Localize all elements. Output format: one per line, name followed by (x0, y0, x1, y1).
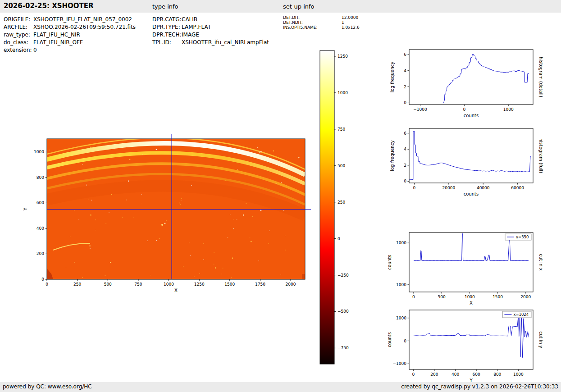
hot-pixel (90, 214, 91, 216)
hot-pixel (106, 223, 106, 224)
x-tick-label: 2000 (286, 282, 296, 287)
colorbar-tick-label: −250 (338, 273, 349, 278)
hot-pixel (156, 240, 157, 241)
hot-pixel (252, 216, 253, 217)
hot-pixel (87, 185, 87, 185)
histogram-full-ylabel: log frequency (390, 140, 395, 171)
hot-pixel (259, 151, 260, 153)
colorbar-tick-label: 0 (338, 237, 340, 241)
x-tick-label: 0 (46, 282, 48, 287)
y-tick-label: 0 (404, 179, 406, 183)
hot-pixel (91, 200, 92, 201)
colorbar-tick-label: 1250 (338, 54, 348, 59)
y-tick-label: 0 (404, 100, 406, 105)
hot-pixel (260, 210, 262, 211)
cut-in-y-side-label: cut in y (538, 331, 543, 348)
hot-pixel (88, 199, 88, 199)
cut-in-x-side-label: cut in x (538, 254, 543, 270)
hot-pixel (200, 273, 200, 274)
colorbar-tick-label: −750 (338, 346, 349, 350)
colorbar-tick-label: 500 (338, 164, 345, 168)
x-tick-label: 600 (473, 372, 480, 377)
hot-pixel (141, 194, 142, 194)
hot-pixel (230, 214, 230, 214)
hot-pixel (74, 262, 75, 262)
y-tick-label: 400 (36, 226, 44, 231)
x-tick-label: 0 (413, 186, 416, 190)
hot-pixel (228, 237, 228, 237)
hot-pixel (257, 147, 258, 148)
x-tick-label: −1000 (413, 107, 427, 112)
y-tick-label: −1000 (393, 283, 407, 287)
hot-pixel-cluster (161, 224, 163, 226)
hot-pixel (70, 237, 70, 237)
hot-pixel (156, 149, 157, 150)
hot-pixel (180, 205, 181, 205)
hot-pixel (208, 157, 208, 157)
hot-pixel (129, 159, 131, 160)
x-tick-label: 40000 (477, 186, 490, 190)
hot-pixel (237, 169, 238, 169)
hot-pixel (260, 151, 262, 153)
hot-pixel (181, 198, 182, 199)
hot-pixel (93, 180, 93, 180)
hot-pixel (82, 278, 83, 278)
hot-pixel (110, 262, 111, 263)
footer-bar: powered by QC: www.eso.org/HC created by… (0, 382, 561, 392)
colorbar-tick-label: 750 (338, 127, 345, 132)
colorbar-tick-label: 250 (338, 200, 345, 205)
footer-right: created by qc_rawdisp.py v1.2.3 on 2026-… (401, 383, 558, 390)
hot-pixel (151, 275, 151, 275)
x-tick-label: 0 (412, 372, 415, 377)
hot-pixel (105, 275, 105, 276)
hot-pixel (74, 210, 74, 210)
histogram-detail-data-line (443, 54, 529, 103)
x-tick-label: 1000 (164, 282, 174, 287)
y-tick-label: 2 (404, 85, 406, 89)
hot-pixel (179, 203, 180, 203)
colorbar-tick-label: 1000 (338, 91, 348, 95)
hot-pixel (147, 241, 148, 241)
y-tick-label: 6 (404, 131, 406, 136)
x-tick-label: 20000 (442, 186, 456, 190)
cut-in-y-frame (409, 310, 533, 369)
x-tick-label: 1250 (194, 282, 205, 287)
main-image-ylabel: Y (23, 207, 28, 211)
x-tick-label: 500 (438, 295, 446, 299)
footer-left: powered by QC: www.eso.org/HC (3, 383, 92, 390)
hot-pixel (183, 266, 183, 266)
hot-pixel (237, 219, 237, 219)
hot-pixel (285, 250, 285, 250)
hot-pixel (214, 264, 214, 264)
dark-corner-patch-right (302, 274, 305, 279)
qc-report-page: 2026-02-25: XSHOOTER type info set-up in… (0, 0, 561, 392)
hot-pixel (222, 273, 222, 274)
x-tick-label: 400 (452, 372, 459, 377)
figure-canvas: 0250500750100012501500175020000200400600… (0, 0, 561, 392)
y-tick-label: 0 (404, 339, 406, 343)
hot-pixel (215, 267, 216, 269)
histogram-detail-frame (409, 50, 533, 105)
histogram-full-xlabel: counts (464, 191, 479, 196)
x-tick-label: 200 (430, 372, 438, 377)
x-tick-label: 1000 (465, 295, 475, 299)
y-tick-label: 1000 (396, 241, 406, 245)
hot-pixel (50, 155, 50, 155)
hot-pixel (250, 237, 250, 238)
hot-pixel (203, 243, 204, 244)
hot-pixel (49, 150, 50, 150)
hot-pixel (225, 181, 225, 181)
hot-pixel (109, 212, 109, 212)
hot-pixel (259, 260, 259, 261)
hot-pixel (281, 274, 281, 274)
hot-pixel (273, 150, 274, 152)
hot-pixel (192, 185, 192, 186)
y-tick-label: 1000 (396, 316, 406, 320)
x-tick-label: 800 (493, 372, 501, 377)
hot-pixel (223, 268, 223, 268)
hot-pixel (87, 184, 87, 184)
main-image-xlabel: X (174, 288, 178, 293)
y-tick-label: 0 (41, 277, 44, 282)
detector-image (47, 138, 305, 279)
hot-pixel (251, 241, 252, 242)
